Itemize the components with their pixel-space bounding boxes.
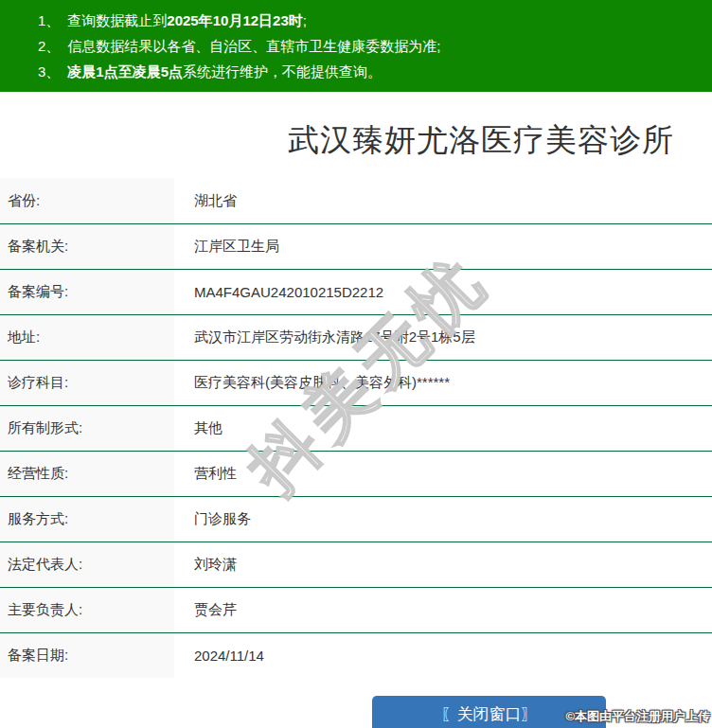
field-label: 法定代表人: (0, 542, 174, 587)
table-row-address: 地址: 武汉市江岸区劳动街永清路17号附2号1栋5层 (0, 314, 712, 360)
field-label: 备案日期: (0, 633, 174, 678)
notice-line-3: 3、凌晨1点至凌晨5点系统进行维护，不能提供查询。 (0, 59, 712, 84)
field-label: 地址: (0, 315, 174, 360)
table-row-medical-subjects: 诊疗科目: 医疗美容科(美容皮肤科、美容外科)****** (0, 360, 712, 405)
notice-line-3-tail: 系统进行维护，不能提供查询。 (183, 63, 382, 80)
field-label: 主要负责人: (0, 588, 174, 632)
notice-line-3-number: 3、 (38, 63, 60, 80)
field-label: 省份: (0, 178, 174, 223)
notice-line-1-tail: ; (303, 12, 307, 28)
field-value: 2024/11/14 (174, 633, 712, 678)
field-value: 湖北省 (174, 178, 712, 223)
notice-line-1-number: 1、 (38, 12, 60, 28)
field-value: 营利性 (174, 452, 712, 496)
table-row-filing-date: 备案日期: 2024/11/14 (0, 632, 712, 678)
field-value: 刘玲潇 (174, 542, 712, 587)
field-label: 所有制形式: (0, 406, 174, 451)
notice-line-2-number: 2、 (38, 38, 60, 54)
field-value: MA4F4GAU242010215D2212 (174, 270, 712, 314)
uploaded-by-user-badge: ©本图由平台注册用户上传 (565, 708, 710, 725)
table-row-service-mode: 服务方式: 门诊服务 (0, 496, 712, 542)
record-table: 省份: 湖北省 备案机关: 江岸区卫生局 备案编号: MA4F4GAU24201… (0, 178, 712, 678)
notice-line-2-text: 信息数据结果以各省、自治区、直辖市卫生健康委数据为准; (67, 38, 440, 54)
field-value: 贾会芹 (174, 588, 712, 632)
table-row-ownership-form: 所有制形式: 其他 (0, 405, 712, 451)
table-row-main-responsible-person: 主要负责人: 贾会芹 (0, 587, 712, 632)
notice-line-3-bold-text: 凌晨1点至凌晨5点 (67, 63, 183, 80)
title-row: 武汉臻妍尤洛医疗美容诊所 (0, 118, 712, 162)
table-row-business-nature: 经营性质: 营利性 (0, 451, 712, 496)
notice-bar: 1、查询数据截止到2025年10月12日23时; 2、信息数据结果以各省、自治区… (0, 0, 712, 92)
table-row-province: 省份: 湖北省 (0, 178, 712, 223)
field-value: 门诊服务 (174, 497, 712, 542)
notice-line-1-bold-text: 2025年10月12日23时 (167, 12, 302, 28)
field-label: 服务方式: (0, 497, 174, 542)
field-label: 备案编号: (0, 270, 174, 314)
page-title: 武汉臻妍尤洛医疗美容诊所 (288, 122, 674, 157)
notice-line-1-text: 查询数据截止到 (67, 12, 167, 28)
table-row-legal-representative: 法定代表人: 刘玲潇 (0, 542, 712, 587)
notice-line-1: 1、查询数据截止到2025年10月12日23时; (0, 8, 712, 33)
field-label: 备案机关: (0, 224, 174, 269)
notice-line-2: 2、信息数据结果以各省、自治区、直辖市卫生健康委数据为准; (0, 33, 712, 59)
field-label: 诊疗科目: (0, 361, 174, 405)
field-value: 其他 (174, 406, 712, 451)
field-value: 武汉市江岸区劳动街永清路17号附2号1栋5层 (174, 315, 712, 360)
field-value: 江岸区卫生局 (174, 224, 712, 269)
table-row-filing-authority: 备案机关: 江岸区卫生局 (0, 223, 712, 269)
field-label: 经营性质: (0, 452, 174, 496)
field-value: 医疗美容科(美容皮肤科、美容外科)****** (174, 361, 712, 405)
table-row-filing-number: 备案编号: MA4F4GAU242010215D2212 (0, 269, 712, 314)
